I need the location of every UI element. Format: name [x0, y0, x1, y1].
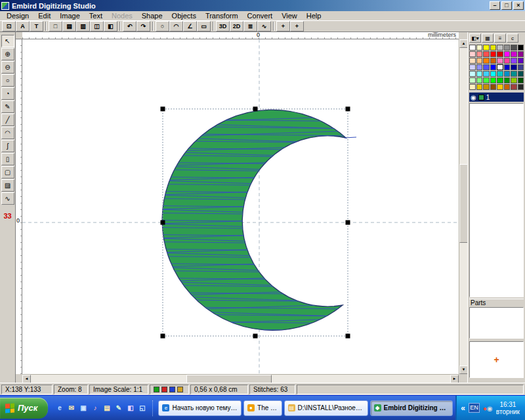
minimize-button[interactable]: –	[490, 1, 500, 10]
redo-icon[interactable]: ↷	[136, 21, 150, 32]
language-indicator[interactable]: EN	[469, 403, 480, 413]
palette-color[interactable]	[497, 58, 503, 64]
parts-list[interactable]	[469, 307, 524, 339]
palette-color[interactable]	[511, 64, 517, 70]
palette-color[interactable]	[497, 64, 503, 70]
titlebar[interactable]: Embird Digitizing Studio – □ ×	[0, 0, 525, 11]
selection-handle[interactable]	[253, 107, 258, 112]
lettering-t-icon[interactable]: T	[30, 21, 43, 32]
palette-color[interactable]	[483, 84, 490, 90]
selection-handle[interactable]	[161, 107, 165, 112]
palette-color[interactable]	[518, 84, 524, 90]
visibility-eye-icon[interactable]: ◉	[471, 94, 476, 101]
taskbar-task-button[interactable]: e Начать новую тему :: В...	[158, 400, 242, 416]
palette-color[interactable]	[476, 51, 483, 57]
fill-tool[interactable]: ▨	[1, 179, 14, 192]
grid-view-button[interactable]: ▦	[482, 33, 494, 43]
save-design-icon[interactable]: ◫	[90, 21, 104, 32]
stitch-list-icon[interactable]: ≣	[243, 21, 257, 32]
show-desktop-quicklaunch-icon[interactable]: ◱	[137, 403, 147, 413]
palette-color[interactable]	[511, 51, 517, 57]
taskbar-task-button[interactable]: ▤ D:\INSTALL\Разное\Embird	[284, 400, 368, 416]
palette-color[interactable]	[504, 51, 511, 57]
palette-color[interactable]	[518, 77, 524, 83]
taskbar-task-button[interactable]: ● The Bat!	[243, 400, 282, 416]
palette-color[interactable]	[504, 71, 511, 77]
palette-color[interactable]	[469, 77, 476, 83]
palette-color[interactable]	[504, 58, 511, 64]
wave-tool[interactable]: ∿	[1, 192, 14, 205]
apps-quicklaunch-icon[interactable]: ◧	[125, 403, 135, 413]
palette-color[interactable]	[476, 45, 483, 51]
mail-quicklaunch-icon[interactable]: ✉	[66, 403, 76, 413]
taskbar-task-button[interactable]: ◆ Embird Digitizing Stud...	[370, 400, 453, 416]
palette-color[interactable]	[469, 51, 476, 57]
palette-color[interactable]	[476, 71, 483, 77]
angle-icon[interactable]: ∠	[183, 21, 197, 32]
palette-color[interactable]	[469, 45, 476, 51]
palette-color[interactable]	[511, 84, 517, 90]
palette-color[interactable]	[518, 64, 524, 70]
palette-color[interactable]	[483, 64, 490, 70]
palette-color[interactable]	[490, 77, 497, 83]
palette-color[interactable]	[511, 58, 517, 64]
design-canvas[interactable]	[22, 39, 459, 374]
palette-color[interactable]	[490, 51, 497, 57]
menu-item[interactable]: Objects	[167, 12, 201, 20]
measure-icon[interactable]: ▭	[197, 21, 211, 32]
outline-tool[interactable]: ▢	[1, 166, 14, 178]
object-list[interactable]	[469, 103, 524, 297]
tray-chevron-icon[interactable]: «	[461, 404, 465, 413]
palette-color[interactable]	[518, 51, 524, 57]
selection-handle[interactable]	[253, 334, 258, 339]
reference-point-icon[interactable]: +	[276, 21, 290, 32]
palette-color[interactable]	[490, 64, 497, 70]
media-quicklaunch-icon[interactable]: ♪	[90, 403, 100, 413]
open-design-icon[interactable]: ▤	[62, 21, 76, 32]
center-point-icon[interactable]: +	[290, 21, 304, 32]
palette-color[interactable]	[511, 77, 517, 83]
palette-color[interactable]	[511, 71, 517, 77]
generate-stitches-icon[interactable]: ∿	[257, 21, 271, 32]
palette-color[interactable]	[497, 84, 503, 90]
palette-color[interactable]	[497, 51, 503, 57]
new-design-icon[interactable]: □	[49, 21, 62, 32]
import-image-icon[interactable]: ▥	[76, 21, 90, 32]
menu-item[interactable]: Text	[85, 12, 107, 20]
arc-tool[interactable]: ◠	[1, 127, 14, 139]
line-tool[interactable]: ╱	[1, 114, 14, 126]
palette-color[interactable]	[476, 58, 483, 64]
palette-color[interactable]	[469, 84, 476, 90]
palette-color[interactable]	[469, 58, 476, 64]
palette-color[interactable]	[497, 45, 503, 51]
palette-color[interactable]	[497, 71, 503, 77]
start-button[interactable]: Пуск	[0, 398, 48, 419]
view-3d-icon[interactable]: 3D	[216, 21, 230, 32]
selection-handle[interactable]	[161, 334, 165, 339]
palette-color[interactable]	[483, 58, 490, 64]
menu-item[interactable]: Help	[302, 12, 326, 20]
palette-color[interactable]	[504, 84, 511, 90]
palette-color[interactable]	[518, 71, 524, 77]
view-2d-icon[interactable]: 2D	[230, 21, 243, 32]
palette-color[interactable]	[483, 71, 490, 77]
stitch-order-button[interactable]: ≡	[494, 33, 506, 43]
palette-color[interactable]	[476, 77, 483, 83]
palette-color[interactable]	[490, 84, 497, 90]
pattern-select-icon[interactable]: ⊡	[2, 21, 16, 32]
palette-color[interactable]	[483, 77, 490, 83]
color-c-button[interactable]: c	[507, 33, 518, 43]
crescent-object[interactable]	[162, 110, 346, 330]
menu-item[interactable]: Transform	[201, 12, 243, 20]
column-tool[interactable]: ▯	[1, 153, 14, 165]
palette-color[interactable]	[504, 45, 511, 51]
ie-quicklaunch-icon[interactable]: e	[54, 403, 64, 413]
palette-color[interactable]	[483, 51, 490, 57]
desktop-quicklaunch-icon[interactable]: ▣	[78, 403, 88, 413]
curve-tool[interactable]: ʃ	[1, 140, 14, 152]
selection-handle[interactable]	[346, 220, 350, 225]
menu-item[interactable]: Shape	[137, 12, 167, 20]
palette-color[interactable]	[511, 45, 517, 51]
horizontal-scrollbar[interactable]: ◄ ►	[22, 374, 459, 383]
ellipse-tool[interactable]: ○	[1, 74, 14, 87]
